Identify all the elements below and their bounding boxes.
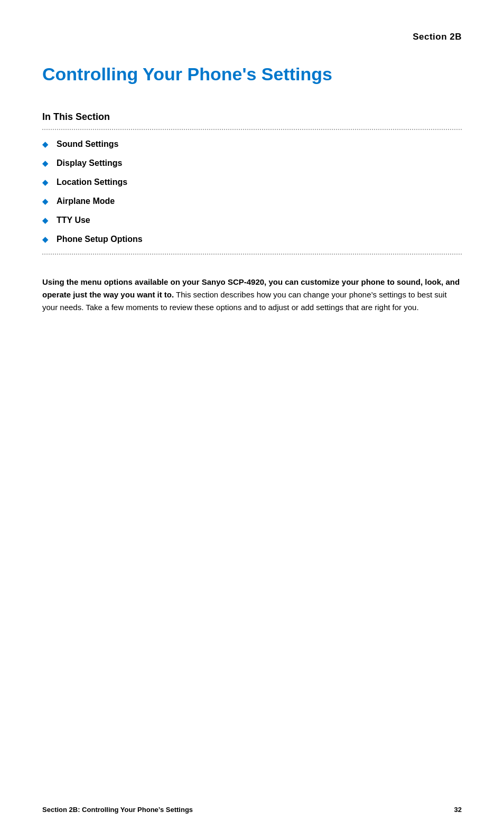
list-item: ◆ Display Settings <box>42 158 462 168</box>
in-this-section-heading: In This Section <box>42 111 462 123</box>
list-item: ◆ Phone Setup Options <box>42 235 462 244</box>
list-item: ◆ Airplane Mode <box>42 197 462 206</box>
toc-item-label: Phone Setup Options <box>57 235 143 244</box>
diamond-icon: ◆ <box>42 160 48 167</box>
footer-page-number: 32 <box>454 806 462 814</box>
toc-item-label: TTY Use <box>57 216 90 225</box>
toc-item-label: Sound Settings <box>57 139 118 149</box>
page-title: Controlling Your Phone's Settings <box>42 63 462 85</box>
section-label: Section 2B <box>42 32 462 42</box>
toc-list: ◆ Sound Settings ◆ Display Settings ◆ Lo… <box>42 139 462 244</box>
toc-item-label: Airplane Mode <box>57 197 115 206</box>
diamond-icon: ◆ <box>42 179 48 186</box>
diamond-icon: ◆ <box>42 198 48 205</box>
page: Section 2B Controlling Your Phone's Sett… <box>0 0 504 840</box>
bottom-divider <box>42 254 462 255</box>
diamond-icon: ◆ <box>42 217 48 224</box>
body-paragraph: Using the menu options available on your… <box>42 276 462 314</box>
list-item: ◆ Location Settings <box>42 178 462 187</box>
top-divider <box>42 129 462 130</box>
diamond-icon: ◆ <box>42 141 48 148</box>
list-item: ◆ TTY Use <box>42 216 462 225</box>
footer-left-text: Section 2B: Controlling Your Phone’s Set… <box>42 806 193 814</box>
toc-item-label: Display Settings <box>57 158 122 168</box>
footer: Section 2B: Controlling Your Phone’s Set… <box>42 806 462 814</box>
toc-item-label: Location Settings <box>57 178 127 187</box>
diamond-icon: ◆ <box>42 236 48 243</box>
list-item: ◆ Sound Settings <box>42 139 462 149</box>
